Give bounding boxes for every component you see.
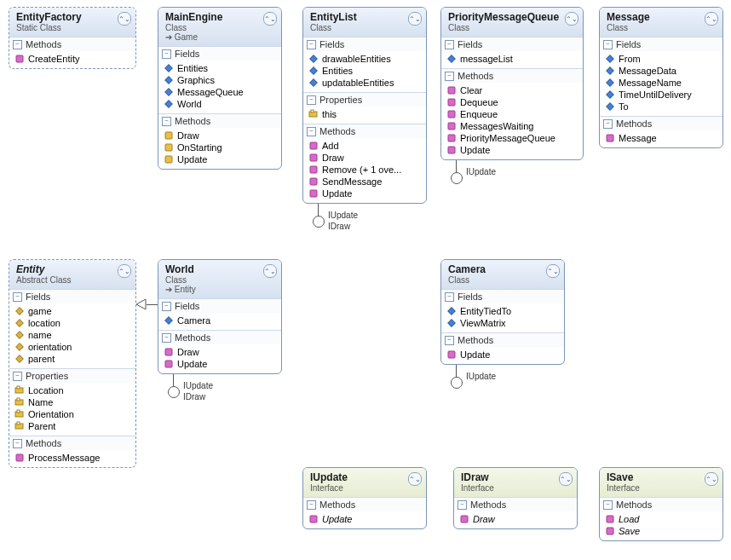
section-toggle-icon[interactable]: − (13, 40, 22, 49)
section-header-fields[interactable]: −Fields (441, 37, 583, 51)
member-item[interactable]: Draw (454, 513, 577, 525)
member-item[interactable]: Update (441, 349, 564, 361)
section-toggle-icon[interactable]: − (162, 117, 171, 126)
member-item[interactable]: ViewMatrix (441, 317, 564, 329)
member-item[interactable]: drawableEntities (303, 53, 426, 65)
member-item[interactable]: CreateEntity (9, 53, 135, 65)
section-header-fields[interactable]: −Fields (600, 37, 722, 51)
section-toggle-icon[interactable]: − (445, 72, 454, 81)
member-item[interactable]: game (9, 305, 135, 317)
collapse-icon[interactable]: ⌃⌄ (559, 472, 573, 486)
class-camera[interactable]: CameraClass⌃⌄−FieldsEntityTiedToViewMatr… (440, 259, 565, 365)
section-header-methods[interactable]: −Methods (441, 68, 583, 83)
section-header-methods[interactable]: −Methods (9, 436, 135, 450)
section-toggle-icon[interactable]: − (307, 500, 316, 510)
section-toggle-icon[interactable]: − (445, 336, 454, 345)
section-toggle-icon[interactable]: − (307, 127, 316, 136)
member-item[interactable]: From (600, 53, 722, 65)
member-item[interactable]: Entities (158, 62, 281, 74)
section-toggle-icon[interactable]: − (13, 292, 22, 302)
interface-isave[interactable]: ISaveInterface⌃⌄−MethodsLoadSave (599, 467, 723, 541)
section-header-fields[interactable]: −Fields (441, 289, 564, 303)
section-toggle-icon[interactable]: − (603, 119, 613, 129)
member-item[interactable]: Update (303, 513, 426, 525)
member-item[interactable]: Update (158, 358, 281, 370)
member-item[interactable]: messageList (441, 53, 583, 65)
member-item[interactable]: OnStarting (158, 141, 281, 153)
collapse-icon[interactable]: ⌃⌄ (705, 12, 718, 26)
section-header-properties[interactable]: −Properties (9, 368, 135, 383)
member-item[interactable]: Dequeue (441, 96, 583, 108)
member-item[interactable]: Save (600, 525, 722, 537)
class-entitylist[interactable]: EntityListClass⌃⌄−FieldsdrawableEntities… (302, 7, 427, 204)
member-item[interactable]: PriorityMessageQueue (441, 132, 583, 144)
member-item[interactable]: Orientation (9, 408, 135, 420)
section-header-fields[interactable]: −Fields (303, 37, 426, 51)
member-item[interactable]: Clear (441, 84, 583, 96)
section-toggle-icon[interactable]: − (445, 292, 454, 302)
class-world[interactable]: WorldClass➔ Entity⌃⌄−FieldsCamera−Method… (158, 259, 282, 374)
member-item[interactable]: Update (441, 144, 583, 156)
member-item[interactable]: Graphics (158, 74, 281, 86)
collapse-icon[interactable]: ⌃⌄ (565, 12, 578, 26)
section-header-fields[interactable]: −Fields (158, 46, 281, 61)
member-item[interactable]: TimeUntilDelivery (600, 89, 722, 101)
section-toggle-icon[interactable]: − (162, 302, 171, 311)
section-toggle-icon[interactable]: − (603, 40, 613, 49)
member-item[interactable]: Add (303, 140, 426, 152)
interface-idraw[interactable]: IDrawInterface⌃⌄−MethodsDraw (453, 467, 578, 529)
collapse-icon[interactable]: ⌃⌄ (408, 12, 422, 26)
section-header-fields[interactable]: −Fields (9, 289, 135, 303)
section-header-methods[interactable]: −Methods (600, 116, 722, 130)
member-item[interactable]: Entities (303, 65, 426, 77)
section-header-properties[interactable]: −Properties (303, 92, 426, 107)
section-header-methods[interactable]: −Methods (9, 37, 135, 51)
collapse-icon[interactable]: ⌃⌄ (263, 12, 277, 26)
class-mainengine[interactable]: MainEngineClass➔ Game⌃⌄−FieldsEntitiesGr… (158, 7, 282, 170)
class-entity[interactable]: EntityAbstract Class⌃⌄−Fieldsgamelocatio… (9, 259, 136, 468)
member-item[interactable]: Update (158, 153, 281, 165)
section-header-methods[interactable]: −Methods (600, 497, 722, 511)
member-item[interactable]: Load (600, 513, 722, 525)
member-item[interactable]: MessageName (600, 77, 722, 89)
section-toggle-icon[interactable]: − (307, 40, 316, 49)
member-item[interactable]: Draw (158, 346, 281, 358)
collapse-icon[interactable]: ⌃⌄ (408, 472, 422, 486)
member-item[interactable]: Remove (+ 1 ove... (303, 164, 426, 176)
member-item[interactable]: SendMessage (303, 176, 426, 188)
collapse-icon[interactable]: ⌃⌄ (263, 264, 277, 278)
class-message[interactable]: MessageClass⌃⌄−FieldsFromMessageDataMess… (599, 7, 723, 148)
member-item[interactable]: Parent (9, 420, 135, 432)
member-item[interactable]: location (9, 317, 135, 329)
section-toggle-icon[interactable]: − (13, 372, 22, 381)
member-item[interactable]: Camera (158, 315, 281, 326)
collapse-icon[interactable]: ⌃⌄ (705, 472, 718, 486)
section-header-methods[interactable]: −Methods (441, 332, 564, 347)
member-item[interactable]: updatableEntities (303, 77, 426, 89)
section-header-methods[interactable]: −Methods (454, 497, 577, 511)
member-item[interactable]: Name (9, 396, 135, 408)
member-item[interactable]: Draw (158, 130, 281, 141)
member-item[interactable]: EntityTiedTo (441, 305, 564, 317)
section-toggle-icon[interactable]: − (162, 49, 171, 59)
section-header-methods[interactable]: −Methods (158, 113, 281, 128)
member-item[interactable]: ProcessMessage (9, 452, 135, 464)
section-header-fields[interactable]: −Fields (158, 298, 281, 313)
class-prioritymessagequeue[interactable]: PriorityMessageQueueClass⌃⌄−Fieldsmessag… (440, 7, 584, 160)
member-item[interactable]: Enqueue (441, 108, 583, 120)
member-item[interactable]: To (600, 101, 722, 113)
member-item[interactable]: Location (9, 384, 135, 396)
section-toggle-icon[interactable]: − (162, 333, 171, 343)
member-item[interactable]: this (303, 108, 426, 120)
collapse-icon[interactable]: ⌃⌄ (546, 264, 560, 278)
section-toggle-icon[interactable]: − (307, 95, 316, 105)
class-entityfactory[interactable]: EntityFactoryStatic Class⌃⌄−MethodsCreat… (9, 7, 136, 69)
interface-iupdate[interactable]: IUpdateInterface⌃⌄−MethodsUpdate (302, 467, 427, 529)
member-item[interactable]: World (158, 98, 281, 110)
member-item[interactable]: Message (600, 132, 722, 144)
section-toggle-icon[interactable]: − (458, 500, 467, 510)
section-toggle-icon[interactable]: − (13, 439, 22, 448)
member-item[interactable]: Update (303, 188, 426, 199)
section-header-methods[interactable]: −Methods (303, 497, 426, 511)
member-item[interactable]: MessageQueue (158, 86, 281, 98)
